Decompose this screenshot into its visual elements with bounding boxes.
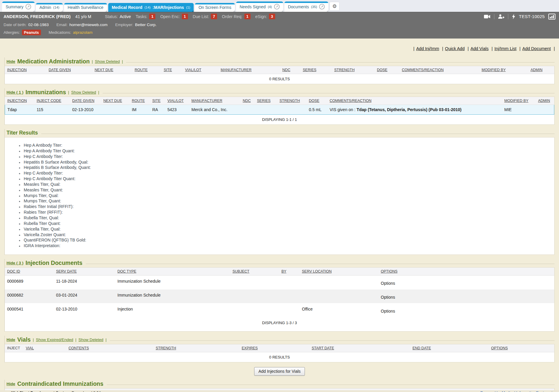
titer-item: Hep C Antibody Titer Quant: xyxy=(23,176,554,182)
column-header-ndc[interactable]: NDC xyxy=(241,97,255,105)
medications-value[interactable]: alprazolam xyxy=(73,30,93,35)
tab-count: (14) xyxy=(53,5,59,9)
open-enc-label: Open Enc: xyxy=(160,14,180,19)
quick-actions-bolt-icon[interactable] xyxy=(512,14,515,19)
column-header-injection[interactable]: INJECTION xyxy=(5,97,34,105)
main-content: Add Inj/Imm Quick Add Add Vials Inj/Imm … xyxy=(0,39,559,392)
cell-serv-date: 11-18-2024 xyxy=(54,276,115,289)
add-inj-imm-link[interactable]: Add Inj/Imm xyxy=(416,46,439,51)
hide-immunizations-link[interactable]: Hide ( 1 ) xyxy=(7,90,23,95)
column-header-series[interactable]: SERIES xyxy=(255,97,277,105)
document-row[interactable]: 0000541 02-13-2010 Injection Office Opti… xyxy=(5,303,554,317)
column-header-strength[interactable]: STRENGTH xyxy=(277,97,307,105)
column-header-modified-by[interactable]: MODIFIED BY xyxy=(479,66,528,74)
column-header-route[interactable]: ROUTE xyxy=(130,97,150,105)
column-header-dose[interactable]: DOSE xyxy=(375,66,399,74)
column-header-doc-id[interactable]: DOC ID xyxy=(5,268,54,276)
open-enc-count-badge[interactable]: 1 xyxy=(182,14,188,19)
allergy-badge[interactable]: Peanuts xyxy=(22,30,41,35)
popout-icon[interactable]: ↗ xyxy=(274,4,280,9)
quick-add-link[interactable]: Quick Add xyxy=(445,46,465,51)
column-header-options[interactable]: OPTIONS xyxy=(378,268,554,276)
column-header-expires[interactable]: EXPIRES xyxy=(239,344,309,352)
column-header-site[interactable]: SITE xyxy=(161,66,183,74)
document-row[interactable]: 0000689 11-18-2024 Immunization Schedule… xyxy=(5,276,554,289)
column-header-next-due[interactable]: NEXT DUE xyxy=(92,66,132,74)
options-link[interactable]: Options xyxy=(381,295,395,300)
tab-on-screen-forms[interactable]: On Screen Forms xyxy=(195,3,235,12)
column-header-strength[interactable]: STRENGTH xyxy=(153,344,239,352)
column-header-injection[interactable]: INJECTION xyxy=(5,66,46,74)
footer-powered-by-link[interactable]: Powered by Medical Informatics Engineeri… xyxy=(480,391,557,392)
show-deleted-link[interactable]: Show Deleted xyxy=(79,337,103,342)
column-header-vial-lot[interactable]: VIAL/LOT xyxy=(183,66,218,74)
order-req-count-badge[interactable]: 1 xyxy=(244,14,251,19)
column-header-doc-type[interactable]: DOC TYPE xyxy=(115,268,230,276)
cell-admin xyxy=(536,105,554,115)
column-header-manufacturer[interactable]: MANUFACTURER xyxy=(189,97,241,105)
due-list-count-badge[interactable]: 7 xyxy=(211,14,217,19)
column-header-end-date[interactable]: END DATE xyxy=(410,344,489,352)
cell-by xyxy=(279,303,300,317)
column-header-comments-reaction[interactable]: COMMENTS/REACTION xyxy=(327,97,502,105)
column-header-contents[interactable]: CONTENTS xyxy=(66,344,153,352)
column-header-date-given[interactable]: DATE GIVEN xyxy=(46,66,92,74)
add-user-icon[interactable] xyxy=(498,14,504,19)
column-header-series[interactable]: SERIES xyxy=(300,66,332,74)
tab-admin[interactable]: Admin (14) xyxy=(36,3,63,12)
column-header-inject-code[interactable]: INJECT CODE xyxy=(34,97,70,105)
hide-injection-documents-link[interactable]: Hide ( 3 ) xyxy=(7,261,23,265)
tasks-count-badge[interactable]: 1 xyxy=(149,14,155,19)
tab-needs-signed[interactable]: Needs Signed (4) ↗ xyxy=(236,1,283,12)
column-header-dose[interactable]: DOSE xyxy=(307,97,327,105)
options-link[interactable]: Options xyxy=(381,309,395,313)
add-vials-link[interactable]: Add Vials xyxy=(471,46,489,51)
column-header-admin[interactable]: ADMIN xyxy=(528,66,554,74)
column-header-next-due[interactable]: NEXT DUE xyxy=(101,97,130,105)
column-header-subject[interactable]: SUBJECT xyxy=(230,268,279,276)
esign-count-badge[interactable]: 3 xyxy=(269,14,275,19)
section-vials: Hide Vials Show Expired/Ended Show Delet… xyxy=(4,336,555,362)
column-header-by[interactable]: BY xyxy=(279,268,300,276)
popout-icon[interactable]: ↗ xyxy=(319,4,325,9)
chart-stats-icon[interactable] xyxy=(548,14,555,20)
options-link[interactable]: Options xyxy=(381,281,395,286)
column-header-start-date[interactable]: START DATE xyxy=(309,344,410,352)
column-header-manufacturer[interactable]: MANUFACTURER xyxy=(218,66,280,74)
column-header-modified-by[interactable]: MODIFIED BY xyxy=(502,97,536,105)
column-header-vial[interactable]: VIAL xyxy=(23,344,66,352)
column-header-options[interactable]: OPTIONS xyxy=(489,344,554,352)
inj-imm-list-link[interactable]: Inj/Imm List xyxy=(494,46,516,51)
hide-contraindicated-link[interactable]: Hide xyxy=(7,382,15,386)
column-header-comments-reaction[interactable]: COMMENTS/REACTION xyxy=(399,66,479,74)
cell-dose: 0.5 mL xyxy=(307,105,327,115)
hide-med-admin-link[interactable]: Hide xyxy=(7,59,15,64)
column-header-serv-location[interactable]: SERV LOCATION xyxy=(300,268,378,276)
system-id: TEST-10025 xyxy=(519,14,545,19)
show-deleted-link[interactable]: Show Deleted xyxy=(95,59,120,64)
column-header-ndc[interactable]: NDC xyxy=(280,66,300,74)
column-header-admin[interactable]: ADMIN xyxy=(536,97,554,105)
column-header-strength[interactable]: STRENGTH xyxy=(332,66,375,74)
column-header-site[interactable]: SITE xyxy=(150,97,165,105)
popout-icon[interactable]: ↗ xyxy=(26,4,31,9)
column-header-vial-lot[interactable]: VIAL/LOT xyxy=(165,97,189,105)
show-deleted-link[interactable]: Show Deleted xyxy=(71,90,96,95)
section-titer-results: Titer Results Hep A Antibody Titer:Hep A… xyxy=(4,129,555,255)
add-injections-for-vials-button[interactable]: Add Injections for Vials xyxy=(254,367,305,376)
settings-gear-button[interactable]: ⚙ xyxy=(329,2,340,11)
tab-medical-record-mar-injections[interactable]: Medical Record (14):MAR/Injections (1) xyxy=(108,3,194,12)
video-call-icon[interactable] xyxy=(484,15,490,19)
immunization-row-tdap[interactable]: Tdap 115 02-13-2010 IM RA 5423 Merck and… xyxy=(5,105,554,115)
tab-health-surveillance[interactable]: Health Surveillance xyxy=(64,3,107,12)
hide-vials-link[interactable]: Hide xyxy=(7,337,15,342)
column-header-date-given[interactable]: DATE GIVEN xyxy=(70,97,101,105)
document-row[interactable]: 0000682 03-01-2024 Immunization Schedule… xyxy=(5,289,554,303)
tab-documents[interactable]: Documents (35) ↗ xyxy=(284,1,328,12)
column-header-route[interactable]: ROUTE xyxy=(132,66,161,74)
column-header-serv-date[interactable]: SERV DATE xyxy=(54,268,115,276)
show-expired-ended-link[interactable]: Show Expired/Ended xyxy=(36,337,73,342)
add-document-link[interactable]: Add Document xyxy=(522,46,551,51)
column-header-inject[interactable]: INJECT xyxy=(5,344,23,352)
tab-summary[interactable]: Summary ↗ xyxy=(2,1,35,12)
